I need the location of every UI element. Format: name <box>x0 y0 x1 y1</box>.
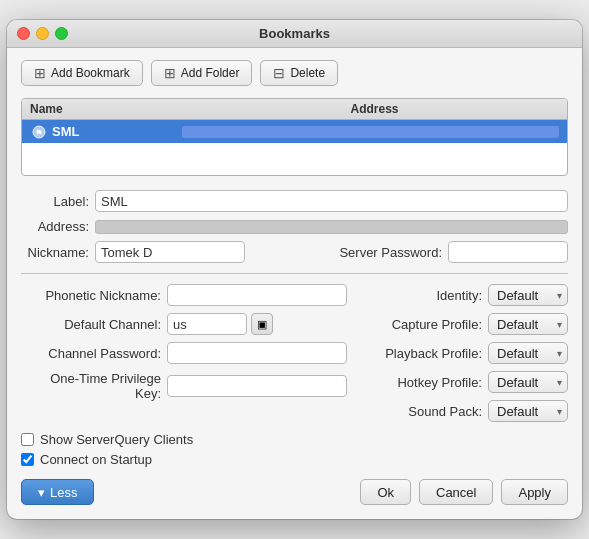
phonetic-nickname-label: Phonetic Nickname: <box>21 288 161 303</box>
less-label: Less <box>50 485 77 500</box>
add-bookmark-icon: ⊞ <box>34 65 46 81</box>
capture-profile-row: Capture Profile: DefaultNone ▾ <box>367 313 568 335</box>
browse-icon: ▣ <box>257 318 267 331</box>
titlebar: Bookmarks <box>7 20 582 48</box>
sound-pack-label: Sound Pack: <box>367 404 482 419</box>
form-grid: Phonetic Nickname: Default Channel: ▣ Ch… <box>21 284 568 422</box>
address-value-bar <box>95 220 568 234</box>
window-title: Bookmarks <box>259 26 330 41</box>
channel-password-label: Channel Password: <box>21 346 161 361</box>
column-name: Name <box>30 102 190 116</box>
playback-profile-select[interactable]: DefaultNone <box>488 342 568 364</box>
sound-pack-select[interactable]: DefaultNone <box>488 400 568 422</box>
checkbox-section: Show ServerQuery Clients Connect on Star… <box>21 432 568 467</box>
hotkey-profile-label: Hotkey Profile: <box>367 375 482 390</box>
form-basic: Label: Address: Nickname: Server Passwor… <box>21 190 568 263</box>
server-password-label: Server Password: <box>339 245 442 260</box>
hotkey-profile-select[interactable]: DefaultNone <box>488 371 568 393</box>
close-button[interactable] <box>17 27 30 40</box>
row-bookmark-icon: ⚑ <box>30 125 48 139</box>
phonetic-row: Phonetic Nickname: <box>21 284 347 306</box>
delete-icon: ⊟ <box>273 65 285 81</box>
privilege-key-input[interactable] <box>167 375 347 397</box>
identity-row: Identity: DefaultNoneCustom ▾ <box>367 284 568 306</box>
hotkey-profile-row: Hotkey Profile: DefaultNone ▾ <box>367 371 568 393</box>
playback-profile-label: Playback Profile: <box>367 346 482 361</box>
show-serverquery-checkbox[interactable] <box>21 433 34 446</box>
connect-on-startup-label: Connect on Startup <box>40 452 152 467</box>
delete-button[interactable]: ⊟ Delete <box>260 60 338 86</box>
channel-password-row: Channel Password: <box>21 342 347 364</box>
add-folder-icon: ⊞ <box>164 65 176 81</box>
maximize-button[interactable] <box>55 27 68 40</box>
less-button[interactable]: ▾ Less <box>21 479 94 505</box>
identity-label: Identity: <box>367 288 482 303</box>
label-row: Label: <box>21 190 568 212</box>
ok-label: Ok <box>377 485 394 500</box>
add-folder-label: Add Folder <box>181 66 240 80</box>
add-folder-button[interactable]: ⊞ Add Folder <box>151 60 253 86</box>
cancel-button[interactable]: Cancel <box>419 479 493 505</box>
footer: ▾ Less Ok Cancel Apply <box>21 479 568 505</box>
column-address: Address <box>190 102 559 116</box>
label-field-label: Label: <box>21 194 89 209</box>
capture-profile-select[interactable]: DefaultNone <box>488 313 568 335</box>
channel-password-input[interactable] <box>167 342 347 364</box>
grid-left: Phonetic Nickname: Default Channel: ▣ Ch… <box>21 284 347 422</box>
default-channel-input[interactable] <box>167 313 247 335</box>
privilege-key-label: One-Time Privilege Key: <box>21 371 161 401</box>
footer-left: ▾ Less <box>21 479 94 505</box>
nickname-row: Nickname: Server Password: <box>21 241 568 263</box>
channel-wrap: ▣ <box>167 313 273 335</box>
channel-browse-button[interactable]: ▣ <box>251 313 273 335</box>
show-serverquery-label: Show ServerQuery Clients <box>40 432 193 447</box>
apply-label: Apply <box>518 485 551 500</box>
privilege-key-row: One-Time Privilege Key: <box>21 371 347 401</box>
nickname-field-label: Nickname: <box>21 245 89 260</box>
svg-text:⚑: ⚑ <box>35 128 43 138</box>
window-content: ⊞ Add Bookmark ⊞ Add Folder ⊟ Delete Nam… <box>7 48 582 519</box>
traffic-lights <box>17 27 68 40</box>
sound-pack-select-wrap: DefaultNone ▾ <box>488 400 568 422</box>
identity-select-wrap: DefaultNoneCustom ▾ <box>488 284 568 306</box>
nickname-input[interactable] <box>95 241 245 263</box>
apply-button[interactable]: Apply <box>501 479 568 505</box>
connect-on-startup-row: Connect on Startup <box>21 452 568 467</box>
minimize-button[interactable] <box>36 27 49 40</box>
row-address <box>182 126 559 138</box>
table-row[interactable]: ⚑ SML <box>22 120 567 143</box>
default-channel-row: Default Channel: ▣ <box>21 313 347 335</box>
default-channel-label: Default Channel: <box>21 317 161 332</box>
ok-button[interactable]: Ok <box>360 479 411 505</box>
connect-on-startup-checkbox[interactable] <box>21 453 34 466</box>
capture-profile-label: Capture Profile: <box>367 317 482 332</box>
grid-right: Identity: DefaultNoneCustom ▾ Capture Pr… <box>367 284 568 422</box>
footer-right: Ok Cancel Apply <box>360 479 568 505</box>
sound-pack-row: Sound Pack: DefaultNone ▾ <box>367 400 568 422</box>
table-body: ⚑ SML <box>22 120 567 175</box>
cancel-label: Cancel <box>436 485 476 500</box>
table-header: Name Address <box>22 99 567 120</box>
row-name: SML <box>52 124 182 139</box>
capture-profile-select-wrap: DefaultNone ▾ <box>488 313 568 335</box>
playback-profile-row: Playback Profile: DefaultNone ▾ <box>367 342 568 364</box>
toolbar: ⊞ Add Bookmark ⊞ Add Folder ⊟ Delete <box>21 60 568 86</box>
playback-profile-select-wrap: DefaultNone ▾ <box>488 342 568 364</box>
divider <box>21 273 568 274</box>
phonetic-nickname-input[interactable] <box>167 284 347 306</box>
delete-label: Delete <box>290 66 325 80</box>
address-row: Address: <box>21 219 568 234</box>
address-field-label: Address: <box>21 219 89 234</box>
bookmarks-window: Bookmarks ⊞ Add Bookmark ⊞ Add Folder ⊟ … <box>7 20 582 519</box>
less-arrow-icon: ▾ <box>38 485 45 500</box>
label-input[interactable] <box>95 190 568 212</box>
add-bookmark-button[interactable]: ⊞ Add Bookmark <box>21 60 143 86</box>
hotkey-profile-select-wrap: DefaultNone ▾ <box>488 371 568 393</box>
server-password-input[interactable] <box>448 241 568 263</box>
identity-select[interactable]: DefaultNoneCustom <box>488 284 568 306</box>
add-bookmark-label: Add Bookmark <box>51 66 130 80</box>
show-serverquery-row: Show ServerQuery Clients <box>21 432 568 447</box>
bookmarks-table: Name Address ⚑ SML <box>21 98 568 176</box>
